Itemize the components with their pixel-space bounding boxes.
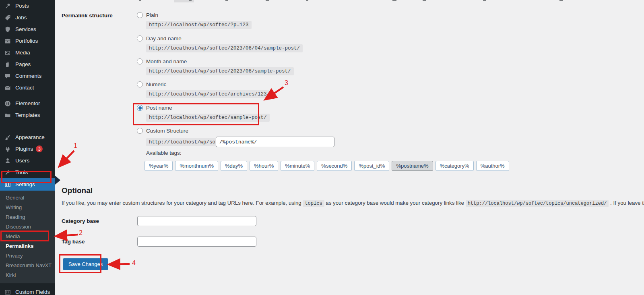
briefcase-icon <box>4 37 12 45</box>
sidebar-item-label: Elementor <box>15 100 40 106</box>
tag-base-label: Tag base <box>62 239 85 245</box>
tag-button-year[interactable]: %year% <box>144 161 173 171</box>
sidebar-item-services[interactable]: Services <box>0 23 55 35</box>
sidebar-item-comments[interactable]: Comments <box>0 70 55 82</box>
tag-icon <box>4 14 12 22</box>
sidebar-item-label: Services <box>15 26 36 32</box>
radio-icon[interactable] <box>137 58 143 64</box>
submenu-item-kirki[interactable]: Kirki <box>0 270 55 280</box>
sidebar-item-label: Templates <box>15 112 40 118</box>
submenu-item-writing[interactable]: Writing <box>0 203 55 212</box>
plug-icon <box>4 145 12 153</box>
sidebar-item-users[interactable]: Users <box>0 155 55 166</box>
tag-button-second[interactable]: %second% <box>317 161 352 171</box>
radio-icon[interactable] <box>137 128 143 134</box>
submenu-item-discussion[interactable]: Discussion <box>0 222 55 232</box>
radio-label: Plain <box>146 12 158 18</box>
sidebar-item-settings[interactable]: Settings <box>0 178 55 191</box>
media-icon <box>4 49 12 57</box>
tag-button-monthnum[interactable]: %monthnum% <box>175 161 218 171</box>
available-tags-row: %year% %monthnum% %day% %hour% %minute% … <box>144 161 509 171</box>
user-icon <box>4 157 12 165</box>
description-text: as your category base would make your ca… <box>326 200 464 206</box>
tag-button-postname[interactable]: %postname% <box>392 161 433 171</box>
elementor-icon <box>4 100 12 108</box>
sidebar-item-label: Contact <box>15 85 34 91</box>
category-base-label: Category base <box>62 218 99 224</box>
radio-option-plain[interactable]: Plain <box>137 12 158 18</box>
plugins-update-badge: 3 <box>36 145 43 152</box>
radio-option-day-and-name[interactable]: Day and name <box>137 35 182 42</box>
sidebar-item-label: Settings <box>15 181 35 187</box>
submenu-item-privacy[interactable]: Privacy <box>0 251 55 261</box>
tag-base-input[interactable] <box>137 237 256 247</box>
permalink-example-month-name: http://localhost/wp/softec/2023/06/sampl… <box>146 67 294 75</box>
sidebar-item-contact[interactable]: Contact <box>0 82 55 93</box>
sidebar-item-label: Comments <box>15 73 41 79</box>
category-link-example-chip: http://localhost/wp/softec/topics/uncate… <box>466 200 609 207</box>
pin-icon <box>4 2 12 10</box>
sidebar-item-label: Media <box>15 50 30 56</box>
permalink-example-post-name: http://localhost/wp/softec/sample-post/ <box>146 114 270 122</box>
sidebar-item-label: Appearance <box>15 134 45 140</box>
sidebar-item-appearance[interactable]: Appearance <box>0 131 55 143</box>
permalink-example-day-name: http://localhost/wp/softec/2023/06/04/sa… <box>146 44 303 52</box>
sidebar-item-pages[interactable]: Pages <box>0 58 55 70</box>
sidebar-item-jobs[interactable]: Jobs <box>0 12 55 23</box>
sidebar-item-label: Jobs <box>15 15 27 21</box>
description-text: If you like, you may enter custom struct… <box>62 200 301 206</box>
radio-option-month-and-name[interactable]: Month and name <box>137 58 187 64</box>
tag-button-category[interactable]: %category% <box>436 161 474 171</box>
brush-icon <box>4 133 12 141</box>
envelope-icon <box>4 84 12 92</box>
sidebar-item-portfolios[interactable]: Portfolios <box>0 35 55 47</box>
tag-button-hour[interactable]: %hour% <box>250 161 278 171</box>
sidebar-item-plugins[interactable]: Plugins 3 <box>0 143 55 155</box>
description-text: . If you leave these blank the defaults … <box>610 200 644 206</box>
sidebar-item-label: Posts <box>15 3 29 9</box>
sidebar-item-templates[interactable]: Templates <box>0 109 55 121</box>
tag-button-post-id[interactable]: %post_id% <box>354 161 389 171</box>
sidebar-item-elementor[interactable]: Elementor <box>0 98 55 109</box>
radio-option-numeric[interactable]: Numeric <box>137 81 166 87</box>
optional-description: If you like, you may enter custom struct… <box>62 200 644 206</box>
menu-separator <box>0 121 55 131</box>
permalink-settings-page: Permalink structure Plain http://localho… <box>55 0 644 295</box>
settings-submenu: General Writing Reading Discussion Media… <box>0 191 55 283</box>
sidebar-item-label: Tools <box>15 169 28 175</box>
radio-label: Post name <box>146 105 172 111</box>
sidebar-item-label: Pages <box>15 61 31 67</box>
sidebar-item-tools[interactable]: Tools <box>0 166 55 178</box>
radio-icon[interactable] <box>137 12 143 18</box>
radio-label: Month and name <box>146 58 187 64</box>
radio-icon[interactable] <box>137 81 143 87</box>
radio-checked-icon[interactable] <box>137 105 143 111</box>
comment-icon <box>4 72 12 80</box>
sidebar-item-custom-fields[interactable]: Custom Fields <box>0 286 55 295</box>
sidebar-item-posts[interactable]: Posts <box>0 0 55 12</box>
folder-icon <box>4 111 12 119</box>
sidebar-item-label: Plugins <box>15 146 33 152</box>
radio-option-custom-structure[interactable]: Custom Structure <box>137 128 188 134</box>
sidebar-item-media[interactable]: Media <box>0 47 55 58</box>
radio-label: Numeric <box>146 81 166 87</box>
menu-separator <box>0 93 55 98</box>
submenu-item-media[interactable]: Media <box>0 232 55 241</box>
permalink-structure-label: Permalink structure <box>62 12 113 19</box>
custom-structure-input[interactable] <box>216 137 334 147</box>
submenu-item-breadcrumb-navxt[interactable]: Breadcrumb NavXT <box>0 261 55 270</box>
optional-heading: Optional <box>62 186 93 195</box>
tag-button-minute[interactable]: %minute% <box>281 161 314 171</box>
save-changes-button[interactable]: Save Changes <box>63 258 108 270</box>
sidebar-item-label: Custom Fields <box>15 289 50 295</box>
tag-button-author[interactable]: %author% <box>476 161 509 171</box>
submenu-item-reading[interactable]: Reading <box>0 212 55 222</box>
tag-button-day[interactable]: %day% <box>221 161 247 171</box>
radio-icon[interactable] <box>137 35 143 42</box>
category-base-input[interactable] <box>137 216 256 226</box>
sidebar-item-label: Portfolios <box>15 38 38 44</box>
category-base-example-chip: topics <box>303 200 324 207</box>
submenu-item-permalinks[interactable]: Permalinks <box>0 241 55 251</box>
radio-option-post-name[interactable]: Post name <box>137 105 172 111</box>
submenu-item-general[interactable]: General <box>0 193 55 203</box>
